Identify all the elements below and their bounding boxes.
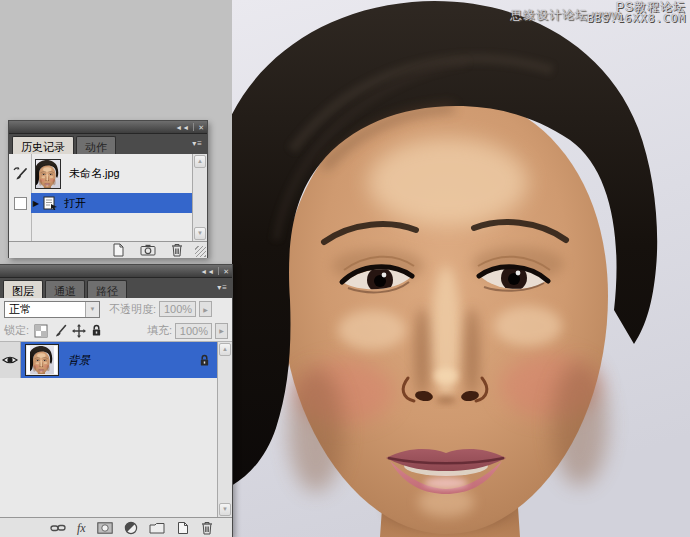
history-step-label: 打开	[64, 196, 86, 211]
history-step-row[interactable]: ▶ 打开	[9, 193, 207, 213]
layers-panel-titlebar[interactable]: ◄◄ ✕	[0, 265, 232, 278]
new-document-from-state-button[interactable]	[111, 243, 125, 257]
lock-transparency-icon[interactable]	[34, 324, 48, 338]
layer-name[interactable]: 背景	[68, 353, 199, 368]
history-tabs-bar: 历史记录 动作 ▾≡	[9, 134, 207, 154]
tab-actions[interactable]: 动作	[76, 136, 116, 154]
close-icon[interactable]: ✕	[198, 124, 204, 131]
fill-label: 填充:	[147, 323, 172, 338]
history-panel: ◄◄ ✕ 历史记录 动作 ▾≡ 未命名.jpg	[8, 120, 208, 258]
layer-thumbnail[interactable]	[26, 345, 58, 375]
adjustment-layer-button[interactable]	[124, 521, 138, 535]
lock-all-icon[interactable]	[91, 324, 102, 337]
new-group-button[interactable]	[149, 522, 165, 534]
panel-menu-icon[interactable]: ▾≡	[192, 140, 203, 148]
blend-options-row: 正常 ▼ 不透明度: 100% ▶	[0, 298, 232, 320]
titlebar-separator	[218, 267, 219, 275]
mask-icon	[97, 522, 113, 534]
tab-paths[interactable]: 路径	[87, 280, 127, 298]
layer-row-background[interactable]: 背景	[0, 342, 217, 378]
opacity-label: 不透明度:	[109, 302, 156, 317]
opacity-input[interactable]: 100%	[159, 301, 196, 317]
layers-scrollbar[interactable]: ▲ ▼	[217, 342, 232, 517]
titlebar-separator	[193, 123, 194, 131]
opacity-spinner-icon[interactable]: ▶	[199, 301, 212, 317]
new-snapshot-button[interactable]	[140, 244, 156, 256]
watermark-site2: PS教程论坛 BBS.16XX8.COM	[587, 1, 686, 25]
fx-icon: fx	[77, 521, 86, 536]
scroll-up-icon[interactable]: ▲	[194, 155, 206, 168]
folder-icon	[149, 522, 165, 534]
eye-icon	[2, 354, 18, 366]
adjustment-icon	[124, 521, 138, 535]
photoshop-workspace: 思缘设计论坛 www. PS教程论坛 BBS.16XX8.COM ◄◄ ✕ 历史…	[0, 0, 690, 537]
source-checkbox[interactable]	[14, 197, 27, 210]
history-list: 未命名.jpg ▶ 打开 ▲ ▼	[9, 154, 207, 241]
open-step-icon	[42, 196, 58, 210]
lock-position-icon[interactable]	[72, 324, 86, 338]
snapshot-name: 未命名.jpg	[69, 166, 120, 181]
scroll-down-icon[interactable]: ▼	[194, 227, 206, 240]
link-layers-button[interactable]	[50, 522, 66, 534]
camera-icon	[140, 244, 156, 256]
history-snapshot-row[interactable]: 未命名.jpg	[9, 154, 207, 190]
history-step-selected[interactable]: ▶ 打开	[31, 193, 192, 213]
fill-input[interactable]: 100%	[175, 323, 212, 339]
visibility-toggle[interactable]	[0, 342, 21, 378]
lock-label: 锁定:	[4, 323, 29, 338]
blend-mode-value: 正常	[9, 302, 31, 317]
tab-channels[interactable]: 通道	[45, 280, 85, 298]
fill-spinner-icon[interactable]: ▶	[215, 323, 228, 339]
expand-arrow-icon: ▶	[33, 199, 39, 208]
resize-grip[interactable]	[195, 246, 206, 257]
history-brush-icon	[12, 167, 28, 181]
new-document-icon	[111, 243, 125, 257]
history-footer	[9, 241, 207, 258]
chain-icon	[50, 522, 66, 534]
new-layer-icon	[176, 521, 190, 535]
layer-lock-badge-icon	[199, 354, 210, 367]
scroll-up-icon[interactable]: ▲	[219, 343, 231, 356]
trash-icon	[171, 243, 183, 257]
layers-panel: ◄◄ ✕ 图层 通道 路径 ▾≡ 正常 ▼ 不透明度: 100% ▶ 锁定:	[0, 264, 233, 537]
new-layer-button[interactable]	[176, 521, 190, 535]
layer-list: 背景 ▲ ▼	[0, 342, 232, 517]
history-brush-source-well-2[interactable]	[9, 193, 31, 213]
history-panel-titlebar[interactable]: ◄◄ ✕	[9, 121, 207, 134]
panel-menu-icon[interactable]: ▾≡	[217, 284, 228, 292]
watermark-site2-line2: BBS.16XX8.COM	[587, 13, 686, 25]
history-brush-source-well[interactable]	[9, 157, 31, 190]
add-layer-mask-button[interactable]	[97, 522, 113, 534]
lock-options-row: 锁定: 填充: 100% ▶	[0, 320, 232, 342]
scroll-down-icon[interactable]: ▼	[219, 503, 231, 516]
tab-layers[interactable]: 图层	[3, 280, 43, 298]
collapse-icon[interactable]: ◄◄	[200, 268, 214, 275]
layer-style-button[interactable]: fx	[77, 521, 86, 536]
delete-state-button[interactable]	[171, 243, 183, 257]
dropdown-arrow-icon[interactable]: ▼	[85, 302, 99, 317]
trash-icon	[201, 521, 213, 535]
document-canvas[interactable]: 思缘设计论坛 www. PS教程论坛 BBS.16XX8.COM	[232, 0, 690, 537]
delete-layer-button[interactable]	[201, 521, 213, 535]
layers-footer: fx	[0, 517, 232, 537]
history-scrollbar[interactable]: ▲ ▼	[192, 154, 207, 241]
portrait-photo	[232, 0, 690, 537]
snapshot-thumbnail[interactable]	[35, 159, 61, 189]
blend-mode-select[interactable]: 正常 ▼	[4, 301, 100, 318]
tab-history[interactable]: 历史记录	[12, 136, 74, 154]
lock-pixels-icon[interactable]	[53, 324, 67, 338]
close-icon[interactable]: ✕	[223, 268, 229, 275]
collapse-icon[interactable]: ◄◄	[175, 124, 189, 131]
layers-tabs-bar: 图层 通道 路径 ▾≡	[0, 278, 232, 298]
